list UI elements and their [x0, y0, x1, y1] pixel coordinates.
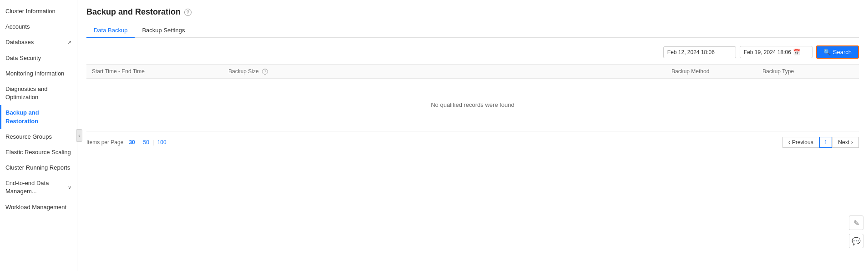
next-label: Next	[838, 139, 849, 146]
per-page-option-30[interactable]: 30	[127, 138, 136, 146]
sidebar-item-elastic-resource-scaling[interactable]: Elastic Resource Scaling	[0, 145, 77, 160]
help-icon[interactable]: ?	[184, 9, 192, 16]
sidebar-collapse-button[interactable]: ‹	[76, 129, 82, 142]
sidebar-item-label-accounts: Accounts	[5, 23, 30, 31]
previous-label: Previous	[792, 139, 813, 146]
search-icon: 🔍	[823, 49, 831, 55]
table-header-start-end-time: Start Time - End Time	[92, 68, 228, 75]
edit-icon: ✎	[853, 219, 859, 227]
table-header: Start Time - End TimeBackup Size?Backup …	[86, 64, 859, 79]
page-content-area: Backup and Restoration ? Data BackupBack…	[77, 0, 868, 271]
sidebar-item-cluster-running-reports[interactable]: Cluster Running Reports	[0, 160, 77, 176]
sidebar: Cluster InformationAccountsDatabases↗Dat…	[0, 0, 77, 271]
sidebar-item-data-security[interactable]: Data Security	[0, 50, 77, 66]
per-page-option-100[interactable]: 100	[156, 138, 168, 146]
next-page-button[interactable]: Next ›	[832, 137, 859, 148]
items-per-page-label: Items per Page	[86, 139, 123, 146]
pagination-controls: ‹ Previous 1 Next ›	[782, 137, 859, 148]
edit-float-button[interactable]: ✎	[849, 216, 863, 230]
sidebar-item-label-cluster-information: Cluster Information	[5, 7, 56, 15]
help-tooltip-icon[interactable]: ?	[262, 69, 268, 75]
sidebar-item-label-monitoring-information: Monitoring Information	[5, 70, 64, 78]
page-title-container: Backup and Restoration ?	[86, 7, 859, 17]
sidebar-item-label-end-to-end-data-management: End-to-end Data Managem...	[5, 179, 68, 196]
sidebar-item-end-to-end-data-management[interactable]: End-to-end Data Managem...∨	[0, 176, 77, 199]
sidebar-item-label-resource-groups: Resource Groups	[5, 133, 52, 141]
pagination-bar: Items per Page 30 | 50 | 100 ‹ Previous …	[86, 131, 859, 153]
sidebar-item-backup-and-restoration[interactable]: Backup and Restoration	[0, 105, 77, 129]
search-button-label: Search	[833, 49, 852, 55]
end-date-value: Feb 19, 2024 18:06	[744, 49, 791, 55]
chevron-down-icon: ∨	[68, 184, 71, 191]
filter-bar: Feb 12, 2024 18:06 Feb 19, 2024 18:06 📅 …	[86, 45, 859, 59]
per-page-option-50[interactable]: 50	[141, 138, 151, 146]
sidebar-item-diagnostics-and-optimization[interactable]: Diagnostics and Optimization	[0, 81, 77, 105]
sidebar-item-label-databases: Databases	[5, 38, 34, 46]
items-per-page-container: Items per Page 30 | 50 | 100	[86, 139, 168, 146]
sidebar-item-label-diagnostics-and-optimization: Diagnostics and Optimization	[5, 85, 71, 101]
tab-backup-settings[interactable]: Backup Settings	[135, 23, 192, 38]
sidebar-item-label-data-security: Data Security	[5, 54, 41, 62]
main-content: Backup and Restoration ? Data BackupBack…	[77, 0, 868, 271]
sidebar-item-resource-groups[interactable]: Resource Groups	[0, 129, 77, 145]
sidebar-item-label-elastic-resource-scaling: Elastic Resource Scaling	[5, 148, 71, 156]
sidebar-item-cluster-information[interactable]: Cluster Information	[0, 4, 77, 19]
start-date-value: Feb 12, 2024 18:06	[667, 49, 715, 55]
sidebar-item-label-backup-and-restoration: Backup and Restoration	[5, 109, 71, 125]
current-page-number[interactable]: 1	[819, 137, 833, 148]
external-link-icon: ↗	[67, 39, 71, 46]
page-title-text: Backup and Restoration	[86, 7, 181, 17]
previous-page-button[interactable]: ‹ Previous	[782, 137, 819, 148]
pagination-separator: |	[151, 139, 156, 146]
table-header-backup-size: Backup Size?	[228, 68, 671, 75]
pagination-options: 30 | 50 | 100	[127, 139, 168, 146]
chat-icon: 💬	[852, 237, 861, 246]
search-button[interactable]: 🔍 Search	[816, 45, 859, 59]
prev-chevron-icon: ‹	[788, 139, 790, 146]
table-header-backup-method: Backup Method	[671, 68, 762, 75]
floating-action-buttons: ✎ 💬	[849, 216, 863, 248]
next-chevron-icon: ›	[851, 139, 853, 146]
tab-data-backup[interactable]: Data Backup	[86, 23, 135, 38]
sidebar-item-label-cluster-running-reports: Cluster Running Reports	[5, 164, 70, 172]
sidebar-item-databases[interactable]: Databases↗	[0, 35, 77, 50]
end-date-input[interactable]: Feb 19, 2024 18:06 📅	[740, 46, 812, 58]
sidebar-item-accounts[interactable]: Accounts	[0, 19, 77, 35]
calendar-icon: 📅	[793, 49, 800, 55]
sidebar-item-workload-management[interactable]: Workload Management	[0, 200, 77, 215]
start-date-input[interactable]: Feb 12, 2024 18:06	[663, 46, 736, 58]
table-header-backup-type: Backup Type	[762, 68, 853, 75]
chat-float-button[interactable]: 💬	[849, 234, 863, 248]
sidebar-item-monitoring-information[interactable]: Monitoring Information	[0, 66, 77, 81]
sidebar-item-label-workload-management: Workload Management	[5, 203, 66, 211]
table-empty-message: No qualified records were found	[86, 79, 859, 131]
pagination-separator: |	[137, 139, 141, 146]
tabs-container: Data BackupBackup Settings	[86, 23, 859, 38]
